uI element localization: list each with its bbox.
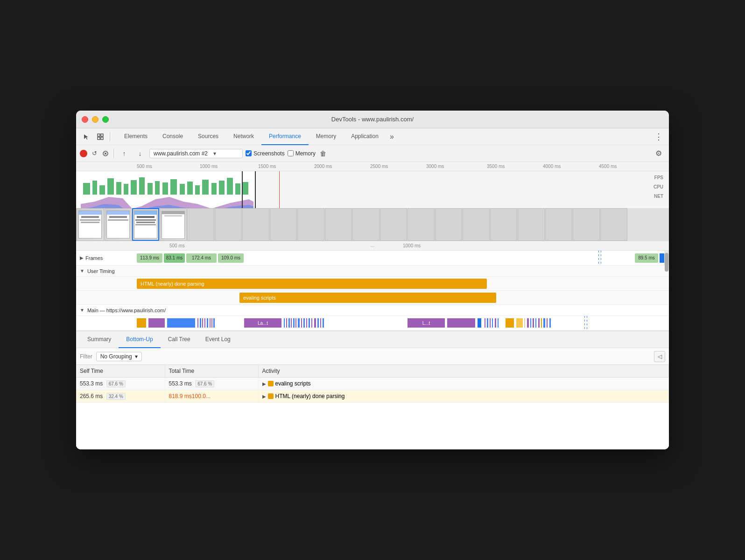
three-dot-menu[interactable]: ⋮ <box>652 130 665 143</box>
user-timing-bar1-content: HTML (nearly) done parsing <box>137 277 664 290</box>
main-bar-purple2 <box>447 318 475 328</box>
svg-rect-10 <box>107 178 114 195</box>
thin-bar-5 <box>207 318 208 328</box>
expand-filter-button[interactable]: ◁ <box>654 351 665 362</box>
settings-button[interactable]: ⚙ <box>652 147 665 160</box>
screenshots-strip <box>76 208 669 241</box>
filter-label: Filter <box>80 353 92 360</box>
tab-network[interactable]: Network <box>226 128 261 145</box>
screenshot-thumb-16 <box>490 208 517 241</box>
thin-bar-2 <box>200 318 201 328</box>
tab-performance[interactable]: Performance <box>261 128 309 145</box>
filter-row: Filter No Grouping ▾ ◁ <box>76 348 669 365</box>
memory-checkbox[interactable] <box>288 150 294 156</box>
screenshot-thumb-19 <box>573 208 600 241</box>
thin-bar-8 <box>213 318 215 328</box>
thin-bar-r8 <box>527 318 529 328</box>
ruler-mark-1500: 1500 ms <box>258 164 276 169</box>
minimize-button[interactable] <box>92 116 98 123</box>
main-bar-orange2 <box>506 318 514 328</box>
total-time-cell-2: 818.9 ms100.0... <box>165 390 258 403</box>
self-pct-badge-2: 32.4 % <box>106 393 126 400</box>
thin-bar-3 <box>202 318 203 328</box>
svg-rect-21 <box>195 185 200 195</box>
svg-rect-9 <box>99 185 105 195</box>
tab-memory[interactable]: Memory <box>309 128 344 145</box>
url-selector[interactable]: www.paulirish.com #2 ▾ <box>149 149 243 158</box>
flame-dotdot: ... <box>371 243 374 248</box>
cursor-icon[interactable] <box>80 130 93 143</box>
table-row: 553.3 ms 67.6 % 553.3 ms 67.6 % ▶ evalin… <box>76 378 669 390</box>
url-chevron-icon: ▾ <box>213 150 216 157</box>
close-button[interactable] <box>82 116 88 123</box>
main-bar-blue1 <box>167 318 195 328</box>
download-button[interactable]: ↓ <box>134 147 147 160</box>
svg-rect-11 <box>116 182 121 195</box>
grouping-select[interactable]: No Grouping ▾ <box>96 352 142 361</box>
window-title: DevTools - www.paulirish.com/ <box>331 116 414 123</box>
tab-summary[interactable]: Summary <box>80 331 119 348</box>
self-pct-badge-1: 67.6 % <box>106 380 126 387</box>
tab-bottom-up[interactable]: Bottom-Up <box>119 331 160 348</box>
tab-sources[interactable]: Sources <box>190 128 226 145</box>
screenshot-thumb-13 <box>408 208 435 241</box>
user-timing-bar2-row: evaling scripts <box>76 291 669 305</box>
tab-console[interactable]: Console <box>155 128 190 145</box>
svg-rect-22 <box>202 180 209 195</box>
activity-header[interactable]: Activity <box>258 365 669 378</box>
more-tabs-button[interactable]: » <box>386 128 398 145</box>
ruler-mark-2000: 2000 ms <box>314 164 332 169</box>
screenshot-thumb-14 <box>435 208 462 241</box>
thin-bar-11 <box>288 318 290 328</box>
table-row: 265.6 ms 32.4 % 818.9 ms100.0... ▶ HTML … <box>76 390 669 403</box>
cpu-right-label: CPU <box>654 184 663 189</box>
main-tabs-nav: Elements Console Sources Network Perform… <box>117 128 398 145</box>
total-pct-badge-1: 67.6 % <box>195 380 214 387</box>
scrollbar-track[interactable] <box>664 251 669 265</box>
ruler-mark-3500: 3500 ms <box>487 164 505 169</box>
tab-elements[interactable]: Elements <box>117 128 155 145</box>
thin-bar-r7 <box>524 318 525 328</box>
tab-call-tree[interactable]: Call Tree <box>161 331 198 348</box>
thin-bar-r3 <box>490 318 491 328</box>
record-button[interactable] <box>80 150 87 157</box>
expand-icon-2[interactable]: ▶ <box>262 394 266 399</box>
screenshot-thumb-18 <box>545 208 572 241</box>
upload-button[interactable]: ↑ <box>118 147 131 160</box>
total-time-header[interactable]: Total Time <box>165 365 258 378</box>
screenshot-thumb-5 <box>187 208 214 241</box>
tab-event-log[interactable]: Event Log <box>198 331 238 348</box>
scrollbar-thumb[interactable] <box>665 253 668 272</box>
frame-block-2: 83.1 ms <box>164 253 185 263</box>
toolbar-divider <box>110 132 110 141</box>
maximize-button[interactable] <box>102 116 109 123</box>
svg-rect-13 <box>131 180 137 195</box>
thin-bar-22 <box>317 318 319 328</box>
inspect-icon[interactable] <box>94 130 107 143</box>
traffic-lights <box>82 116 109 123</box>
screenshots-checkbox-label[interactable]: Screenshots <box>246 150 285 157</box>
flame-chart-area: ... 500 ms 1000 ms ▶ Frames 113.9 ms 83.… <box>76 241 669 331</box>
svg-rect-1 <box>101 134 103 136</box>
url-label: www.paulirish.com #2 <box>154 150 208 157</box>
svg-rect-20 <box>187 182 193 195</box>
memory-checkbox-label[interactable]: Memory <box>288 150 316 157</box>
flame-ruler-500: 500 ms <box>169 243 185 248</box>
expand-icon-1[interactable]: ▶ <box>262 381 266 386</box>
main-bars-content: La...t L.. <box>137 316 664 330</box>
frames-label: ▶ Frames <box>76 255 137 261</box>
screenshot-thumb-10 <box>325 208 352 241</box>
screenshots-checkbox[interactable] <box>246 150 252 156</box>
activity-color-icon-2 <box>268 393 274 399</box>
stop-button[interactable] <box>101 149 110 158</box>
tab-application[interactable]: Application <box>344 128 386 145</box>
tab-options: ⋮ <box>652 130 665 143</box>
main-bar-purple1 <box>148 318 165 328</box>
main-header-row: ▼ Main — https://www.paulirish.com/ <box>76 305 669 316</box>
main-dashed-line1 <box>584 316 585 330</box>
main-bar-yellow <box>516 318 523 328</box>
clear-button[interactable]: 🗑 <box>318 149 328 158</box>
svg-rect-17 <box>162 182 168 195</box>
self-time-header[interactable]: Self Time <box>76 365 165 378</box>
reload-record-button[interactable]: ↺ <box>90 149 98 158</box>
